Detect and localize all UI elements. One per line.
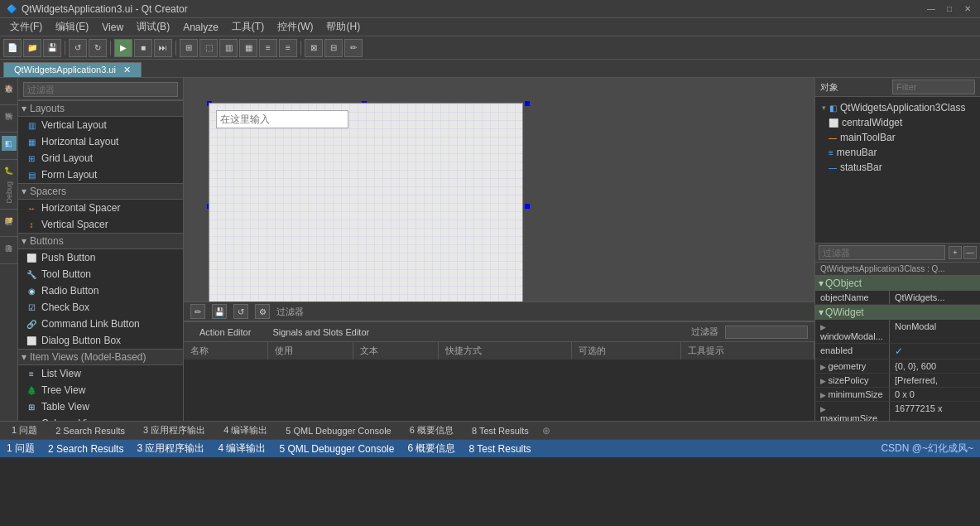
status-search[interactable]: 2 Search Results <box>48 443 123 455</box>
action-filter-input[interactable] <box>725 326 808 339</box>
minimize-button[interactable]: — <box>925 3 937 15</box>
prop-windowmodal-value[interactable]: NonModal <box>890 320 980 343</box>
toolbar-save[interactable]: 💾 <box>43 39 61 57</box>
toolbar-btn7[interactable]: ▦ <box>239 39 257 57</box>
tab-ui-file[interactable]: QtWidgetsApplication3.ui ✕ <box>3 62 142 77</box>
toolbar-btn8[interactable]: ≡ <box>259 39 277 57</box>
toolbar-open[interactable]: 📁 <box>23 39 41 57</box>
prop-sizepolicy-name: ▶ sizePolicy <box>815 374 890 387</box>
toolbar-btn4[interactable]: ⊞ <box>180 39 198 57</box>
canvas-save-btn[interactable]: 💾 <box>212 304 227 319</box>
toolbar-btn12[interactable]: ✏ <box>344 39 363 57</box>
menu-help[interactable]: 帮助(H) <box>319 18 367 36</box>
widget-table-view[interactable]: ⊞ Table View <box>18 398 183 415</box>
menu-controls[interactable]: 控件(W) <box>271 18 319 36</box>
action-editor-filter-label: 过滤器 <box>691 326 718 338</box>
toolbar-btn3[interactable]: ⏭ <box>154 39 172 57</box>
toolbar-btn6[interactable]: ▥ <box>219 39 238 57</box>
prop-maximumsize-value[interactable]: 16777215 x <box>890 402 980 421</box>
menu-debug[interactable]: 调试(B) <box>130 18 176 36</box>
toolbar-btn5[interactable]: ⬚ <box>199 39 218 57</box>
canvas-edit-btn[interactable]: ✏ <box>190 304 205 319</box>
bottom-tab-compile-output[interactable]: 4 编译输出 <box>215 422 276 438</box>
status-app-output[interactable]: 3 应用程序输出 <box>137 442 204 456</box>
widget-form-layout[interactable]: ▤ Form Layout <box>18 166 183 183</box>
menu-analyze[interactable]: Analyze <box>176 20 225 35</box>
widget-grid-layout[interactable]: ⊞ Grid Layout <box>18 150 183 166</box>
bottom-tab-summary[interactable]: 6 概要信息 <box>401 422 462 438</box>
centralwidget-label: centralWidget <box>842 117 902 128</box>
toolbar-undo[interactable]: ↺ <box>69 39 87 57</box>
status-test[interactable]: 8 Test Results <box>468 443 531 455</box>
menu-tools[interactable]: 工具(T) <box>225 18 271 36</box>
prop-objectname-value[interactable]: QtWidgets... <box>890 291 980 304</box>
prop-geometry: ▶ geometry {0, 0}, 600 <box>815 360 980 374</box>
widget-tree-view[interactable]: 🌲 Tree View <box>18 382 183 398</box>
nav-welcome-icon[interactable]: 🏠 <box>2 81 17 96</box>
widget-tool-button[interactable]: 🔧 Tool Button <box>18 266 183 282</box>
widget-dialog-button-box[interactable]: ⬜ Dialog Button Box <box>18 332 183 349</box>
toolbar-redo[interactable]: ↻ <box>89 39 107 57</box>
toolbar-btn11[interactable]: ⊟ <box>324 39 343 57</box>
bottom-tab-test[interactable]: 8 Test Results <box>464 424 537 437</box>
toolbar-new[interactable]: 📄 <box>3 39 22 57</box>
tree-item-menubar[interactable]: ≡ menuBar <box>815 145 980 160</box>
prop-add-btn[interactable]: + <box>949 246 962 259</box>
canvas-settings-btn[interactable]: ⚙ <box>255 304 270 319</box>
status-summary[interactable]: 6 概要信息 <box>407 442 455 456</box>
canvas-container[interactable]: ✏ 💾 ↺ ⚙ 过滤器 <box>184 78 814 321</box>
prop-enabled-value[interactable]: ✓ <box>890 344 980 359</box>
signals-slots-tab[interactable]: Signals and Slots Editor <box>263 325 378 340</box>
nav-design-icon[interactable]: ◧ <box>2 136 17 151</box>
toolbar-run[interactable]: ▶ <box>114 39 132 57</box>
tree-item-root[interactable]: ▾ ◧ QtWidgetsApplication3Class <box>815 100 980 115</box>
menu-file[interactable]: 文件(F) <box>3 18 49 36</box>
widget-command-link[interactable]: 🔗 Command Link Button <box>18 316 183 332</box>
widget-check-box[interactable]: ☑ Check Box <box>18 299 183 316</box>
nav-debug-icon[interactable]: 🐛 <box>2 163 17 178</box>
form-canvas[interactable] <box>209 103 523 310</box>
status-problems[interactable]: 1 问题 <box>7 442 35 456</box>
tree-item-maintoolbar[interactable]: — mainToolBar <box>815 130 980 145</box>
canvas-refresh-btn[interactable]: ↺ <box>233 304 248 319</box>
widget-radio-button[interactable]: ◉ Radio Button <box>18 282 183 299</box>
prop-geometry-value[interactable]: {0, 0}, 600 <box>890 360 980 373</box>
tree-item-centralwidget[interactable]: ⬜ centralWidget <box>815 115 980 130</box>
nav-edit-icon[interactable]: ✏ <box>2 109 17 123</box>
toolbar-stop[interactable]: ■ <box>134 39 152 57</box>
prop-remove-btn[interactable]: — <box>963 246 977 259</box>
toolbar-btn10[interactable]: ⊠ <box>305 39 323 57</box>
widget-push-button[interactable]: ⬜ Push Button <box>18 249 183 266</box>
widget-vertical-layout[interactable]: ▥ Vertical Layout <box>18 117 183 133</box>
toolbar-btn9[interactable]: ≡ <box>279 39 297 57</box>
action-editor-tab[interactable]: Action Editor <box>190 325 260 340</box>
close-button[interactable]: ✕ <box>962 3 973 15</box>
canvas-text-input[interactable] <box>216 110 348 128</box>
maximize-button[interactable]: □ <box>944 3 955 15</box>
status-compile[interactable]: 4 编译输出 <box>218 442 266 456</box>
widget-table-view-label: Table View <box>41 401 89 413</box>
widget-column-view[interactable]: ▦ Column View <box>18 415 183 421</box>
prop-scroll-area[interactable]: ▾ QObject objectName QtWidgets... ▾ QWid… <box>815 276 980 421</box>
prop-minimumsize-value[interactable]: 0 x 0 <box>890 388 980 401</box>
nav-help-icon[interactable]: ? <box>2 240 17 255</box>
bottom-tab-search[interactable]: 2 Search Results <box>47 424 133 437</box>
bottom-tab-problems[interactable]: 1 问题 <box>3 422 46 438</box>
prop-sizepolicy-value[interactable]: [Preferred, <box>890 374 980 387</box>
tree-item-statusbar[interactable]: — statusBar <box>815 160 980 175</box>
bottom-tab-app-output[interactable]: 3 应用程序输出 <box>135 422 214 438</box>
bottom-tabs-menu[interactable]: ⊕ <box>542 425 550 437</box>
menu-view[interactable]: View <box>95 20 130 35</box>
menu-edit[interactable]: 编辑(E) <box>49 18 95 36</box>
nav-project-icon[interactable]: 📁 <box>2 213 17 228</box>
widget-list-view[interactable]: ≡ List View <box>18 365 183 382</box>
widget-check-box-label: Check Box <box>41 302 89 313</box>
widget-vertical-spacer[interactable]: ↕ Vertical Spacer <box>18 216 183 233</box>
prop-filter-input[interactable] <box>819 245 945 260</box>
widget-filter-input[interactable] <box>23 82 178 97</box>
widget-horizontal-spacer[interactable]: ↔ Horizontal Spacer <box>18 200 183 216</box>
widget-horizontal-layout[interactable]: ▦ Horizontal Layout <box>18 133 183 150</box>
object-filter-input[interactable] <box>892 80 975 94</box>
status-qml-debug[interactable]: 5 QML Debugger Console <box>279 443 394 455</box>
bottom-tab-qml-debug[interactable]: 5 QML Debugger Console <box>277 424 399 437</box>
